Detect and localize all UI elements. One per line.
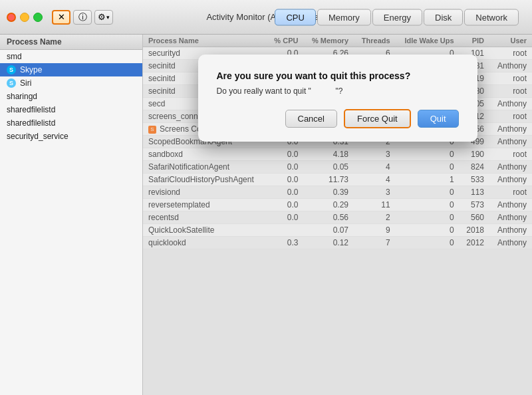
dialog-title: Are you sure you want to quit this proce… (217, 70, 459, 81)
force-quit-button[interactable]: Force Quit (344, 109, 411, 128)
quit-dialog: Are you sure you want to quit this proce… (198, 55, 477, 142)
process-name-label: sharedfilelistd (7, 105, 55, 114)
cancel-button[interactable]: Cancel (285, 110, 337, 128)
dialog-buttons: Cancel Force Quit Quit (217, 109, 459, 128)
process-sidebar: Process Name smd S Skype S Siri sharingd… (0, 35, 143, 395)
tab-disk[interactable]: Disk (424, 9, 463, 25)
process-name-label: smd (7, 52, 22, 61)
gear-icon: ⚙ (98, 12, 106, 22)
list-item[interactable]: securityd_service (0, 130, 142, 143)
gear-button[interactable]: ⚙ ▾ (94, 10, 113, 25)
tab-bar: CPU Memory Energy Disk Network (275, 9, 519, 25)
skype-icon: S (7, 65, 16, 74)
minimize-button[interactable] (20, 13, 29, 22)
dropdown-arrow-icon: ▾ (106, 14, 110, 21)
dialog-overlay: Are you sure you want to quit this proce… (143, 35, 532, 395)
list-item[interactable]: sharedfilelistd (0, 103, 142, 116)
dialog-body-text: Do you really want to quit " "? (217, 86, 343, 96)
title-bar: ✕ ⓘ ⚙ ▾ Activity Monitor (All Processes)… (0, 0, 532, 35)
list-item[interactable]: smd (0, 50, 142, 63)
dialog-body: Do you really want to quit " "? (217, 86, 459, 96)
quit-button[interactable]: Quit (418, 110, 459, 128)
stop-process-button[interactable]: ✕ (52, 10, 70, 25)
process-name-label: securityd_service (7, 132, 68, 141)
list-item[interactable]: S Skype (0, 63, 142, 76)
tab-network[interactable]: Network (464, 9, 519, 25)
process-name-label: sharingd (7, 92, 37, 101)
toolbar-buttons: ✕ ⓘ ⚙ ▾ (52, 10, 113, 25)
list-item[interactable]: sharingd (0, 90, 142, 103)
window-controls (7, 13, 43, 22)
process-name-label: Skype (20, 65, 42, 74)
inspect-button[interactable]: ⓘ (73, 10, 92, 25)
main-area: Process Name smd S Skype S Siri sharingd… (0, 35, 532, 395)
close-button[interactable] (7, 13, 16, 22)
list-item[interactable]: S Siri (0, 76, 142, 90)
process-name-label: Siri (20, 78, 31, 88)
tab-memory[interactable]: Memory (317, 9, 371, 25)
process-list: smd S Skype S Siri sharingd sharedfileli… (0, 50, 142, 143)
tab-cpu[interactable]: CPU (275, 9, 315, 25)
maximize-button[interactable] (33, 13, 43, 22)
tab-energy[interactable]: Energy (372, 9, 422, 25)
siri-icon: S (7, 78, 16, 88)
list-item[interactable]: sharedfilelistd (0, 116, 142, 130)
process-name-label: sharedfilelistd (7, 118, 55, 128)
process-name-header: Process Name (0, 35, 142, 50)
